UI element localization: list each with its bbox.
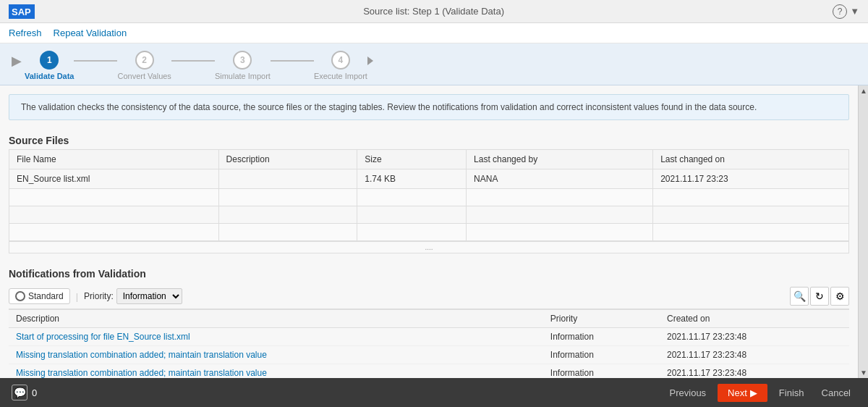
source-files-section: Source Files File Name Description Size … (9, 129, 849, 253)
main-toolbar: Refresh Repeat Validation (0, 23, 868, 43)
notif-col-created-on: Created on (660, 310, 849, 328)
search-button[interactable]: 🔍 (790, 287, 809, 306)
header-actions: ? ▼ (833, 4, 859, 19)
step-1-circle: 1 (40, 51, 59, 70)
footer: 💬 0 Previous Next ▶ Finish Cancel (0, 378, 868, 407)
page-title: Source list: Step 1 (Validate Data) (35, 6, 833, 17)
step-1-label: Validate Data (25, 72, 74, 80)
step-1: 1 Validate Data (25, 51, 74, 80)
footer-left: 💬 0 (12, 385, 37, 400)
notifications-table: Description Priority Created on Start of… (9, 309, 849, 378)
step-end-arrow (367, 56, 373, 65)
notif-cell-priority: Information (543, 328, 660, 346)
repeat-validation-button[interactable]: Repeat Validation (54, 28, 127, 38)
notifications-title: Notifications from Validation (9, 262, 849, 284)
step-4: 4 Execute Import (314, 51, 367, 80)
next-button[interactable]: Next ▶ (718, 384, 767, 402)
step-2-circle: 2 (135, 51, 154, 70)
cell-size: 1.74 KB (357, 169, 467, 189)
info-banner-text: The validation checks the consistency of… (21, 102, 757, 112)
col-size: Size (357, 150, 467, 169)
cancel-button[interactable]: Cancel (816, 385, 856, 401)
header-expand-icon[interactable]: ▼ (850, 6, 859, 17)
scroll-down-arrow[interactable]: ▼ (859, 367, 868, 378)
table-row[interactable]: EN_Source list.xml 1.74 KB NANA 2021.11.… (9, 169, 849, 189)
standard-filter-label: Standard (28, 291, 64, 301)
priority-filter: Priority: Information Warning Error (84, 288, 182, 304)
cell-description (218, 169, 357, 189)
priority-select[interactable]: Information Warning Error (116, 288, 182, 304)
col-last-changed-by: Last changed by (467, 150, 653, 169)
step-3-label: Simulate Import (215, 72, 271, 80)
source-files-table: File Name Description Size Last changed … (9, 149, 849, 241)
finish-button[interactable]: Finish (773, 385, 810, 401)
step-2-label: Convert Values (117, 72, 171, 80)
notification-actions: 🔍 ↻ ⚙ (790, 287, 849, 306)
step-2: 2 Convert Values (117, 51, 171, 80)
previous-button[interactable]: Previous (664, 385, 712, 401)
notif-row[interactable]: Missing translation combination added; m… (9, 364, 849, 379)
notif-cell-priority: Information (543, 364, 660, 379)
source-files-title: Source Files (9, 129, 849, 149)
next-arrow-icon: ▶ (750, 387, 757, 398)
notif-cell-description[interactable]: Start of processing for file EN_Source l… (9, 328, 543, 346)
circle-icon (15, 291, 25, 301)
chat-icon[interactable]: 💬 (12, 385, 27, 400)
source-files-header-row: File Name Description Size Last changed … (9, 150, 849, 169)
step-connector-3 (271, 60, 314, 62)
notif-col-description: Description (9, 310, 543, 328)
col-description: Description (218, 150, 357, 169)
step-connector-2 (171, 60, 215, 62)
notifications-section: Notifications from Validation Standard |… (9, 262, 849, 378)
table-row (9, 189, 849, 206)
table-row (9, 206, 849, 224)
step-4-label: Execute Import (314, 72, 367, 80)
notif-header-row: Description Priority Created on (9, 310, 849, 328)
standard-filter-button[interactable]: Standard (9, 288, 70, 304)
scrollbar[interactable]: ▲ ▼ (858, 85, 868, 378)
main-content-wrapper: The validation checks the consistency of… (0, 85, 868, 378)
notif-row[interactable]: Start of processing for file EN_Source l… (9, 328, 849, 346)
notif-cell-priority: Information (543, 346, 660, 364)
col-last-changed-on: Last changed on (653, 150, 849, 169)
steps-container: ▶ 1 Validate Data 2 Convert Values 3 Sim… (12, 51, 373, 80)
notif-cell-created-on: 2021.11.17 23:23:48 (660, 364, 849, 379)
notif-col-priority: Priority (543, 310, 660, 328)
notif-row[interactable]: Missing translation combination added; m… (9, 346, 849, 364)
notif-cell-created-on: 2021.11.17 23:23:48 (660, 328, 849, 346)
info-banner: The validation checks the consistency of… (9, 94, 849, 120)
table-resize-handle[interactable]: .... (9, 241, 849, 253)
next-label: Next (728, 387, 747, 398)
content-area: The validation checks the consistency of… (0, 85, 858, 378)
refresh-button[interactable]: Refresh (9, 28, 42, 38)
step-3: 3 Simulate Import (215, 51, 271, 80)
separator: | (76, 291, 78, 302)
app-header: SAP Source list: Step 1 (Validate Data) … (0, 0, 868, 23)
step-4-circle: 4 (331, 51, 350, 70)
sap-logo: SAP (9, 4, 35, 19)
footer-right: Previous Next ▶ Finish Cancel (664, 384, 856, 402)
priority-label: Priority: (84, 291, 114, 301)
chat-count: 0 (32, 387, 37, 398)
step-start-icon: ▶ (12, 53, 22, 69)
notif-cell-created-on: 2021.11.17 23:23:48 (660, 346, 849, 364)
stepper: ▶ 1 Validate Data 2 Convert Values 3 Sim… (0, 43, 868, 85)
settings-button[interactable]: ⚙ (830, 287, 849, 306)
notifications-toolbar: Standard | Priority: Information Warning… (9, 284, 849, 309)
cell-last-changed-on: 2021.11.17 23:23 (653, 169, 849, 189)
table-row (9, 224, 849, 241)
scroll-up-arrow[interactable]: ▲ (859, 85, 868, 96)
notif-cell-description[interactable]: Missing translation combination added; m… (9, 364, 543, 379)
svg-text:SAP: SAP (12, 7, 31, 17)
scroll-track (859, 96, 868, 367)
col-file-name: File Name (9, 150, 219, 169)
step-connector-1 (74, 60, 117, 62)
step-3-circle: 3 (233, 51, 252, 70)
notif-cell-description[interactable]: Missing translation combination added; m… (9, 346, 543, 364)
refresh-table-button[interactable]: ↻ (810, 287, 829, 306)
cell-file-name: EN_Source list.xml (9, 169, 219, 189)
cell-last-changed-by: NANA (467, 169, 653, 189)
help-icon[interactable]: ? (833, 4, 847, 19)
